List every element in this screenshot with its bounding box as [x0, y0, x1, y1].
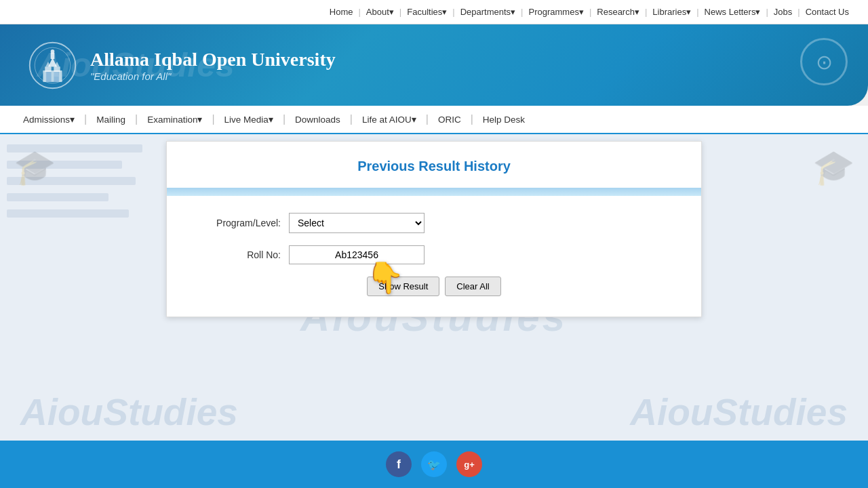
- program-label: Program/Level:: [194, 218, 289, 228]
- nav-about[interactable]: About▾: [361, 7, 399, 17]
- nav-oric[interactable]: ORIC: [429, 105, 471, 134]
- nav-research[interactable]: Research▾: [591, 7, 645, 17]
- university-name: Allama Iqbal Open University: [90, 49, 336, 70]
- svg-rect-10: [46, 71, 52, 81]
- left-bottom-watermark: AiouStudies: [20, 390, 238, 434]
- nav-helpdesk[interactable]: Help Desk: [473, 105, 534, 134]
- nav-livemedia[interactable]: Live Media▾: [215, 105, 283, 134]
- nav-departments[interactable]: Departments▾: [455, 7, 521, 17]
- rollno-row: Roll No:: [194, 245, 674, 264]
- googleplus-button[interactable]: g+: [456, 451, 482, 477]
- form-body: Program/Level: Select Matric F.A / F.Sc …: [167, 196, 701, 317]
- decorative-left-rects: [7, 144, 142, 226]
- form-blue-bar: [167, 188, 701, 196]
- nav-libraries[interactable]: Libraries▾: [647, 7, 696, 17]
- clear-button[interactable]: Clear All: [445, 277, 500, 296]
- nav-jobs[interactable]: Jobs: [768, 7, 797, 17]
- nav-home[interactable]: Home: [324, 7, 359, 17]
- svg-rect-3: [45, 66, 51, 72]
- facebook-button[interactable]: f: [386, 451, 412, 477]
- right-bottom-watermark: AiouStudies: [630, 390, 848, 434]
- rollno-label: Roll No:: [194, 249, 289, 260]
- nav-examination[interactable]: Examination▾: [138, 105, 212, 134]
- site-header: Allama Iqbal Open University "Education …: [0, 24, 868, 106]
- program-level-row: Program/Level: Select Matric F.A / F.Sc …: [194, 213, 674, 233]
- form-buttons: Show Result Clear All: [194, 277, 674, 296]
- main-content-area: AiouStudies AiouStudies 🎓 🎓 AiouStudies …: [0, 134, 868, 441]
- secondary-navigation: Admissions▾ | Mailing | Examination▾ | L…: [0, 106, 868, 134]
- svg-rect-2: [43, 70, 62, 82]
- top-navigation: Home | About▾ | Faculties▾ | Departments…: [0, 0, 868, 24]
- nav-faculties[interactable]: Faculties▾: [401, 7, 452, 17]
- header-decorative-circle: ⊙: [800, 38, 848, 85]
- nav-contactus[interactable]: Contact Us: [800, 7, 854, 17]
- googleplus-icon: g+: [464, 460, 475, 470]
- svg-rect-4: [54, 66, 60, 72]
- form-title: Previous Result History: [167, 142, 701, 188]
- show-result-button[interactable]: Show Result: [367, 277, 439, 296]
- svg-point-9: [51, 49, 55, 54]
- header-text-block: Allama Iqbal Open University "Education …: [90, 49, 336, 82]
- twitter-button[interactable]: 🐦: [421, 451, 447, 477]
- svg-rect-8: [51, 52, 55, 58]
- facebook-icon: f: [397, 458, 401, 472]
- nav-programmes[interactable]: Programmes▾: [523, 7, 589, 17]
- nav-mailing[interactable]: Mailing: [87, 105, 135, 134]
- result-history-form: Previous Result History Program/Level: S…: [166, 141, 702, 317]
- rollno-input[interactable]: [289, 245, 425, 264]
- svg-rect-11: [54, 71, 59, 81]
- nav-lifeaiou[interactable]: Life at AIOU▾: [353, 105, 426, 134]
- social-media-bar: f 🐦 g+: [0, 441, 868, 488]
- university-logo: [27, 40, 78, 91]
- nav-admissions[interactable]: Admissions▾: [14, 105, 84, 134]
- university-tagline: "Education for All": [90, 70, 336, 82]
- nav-downloads[interactable]: Downloads: [285, 105, 350, 134]
- nav-newsletters[interactable]: News Letters▾: [699, 7, 766, 17]
- twitter-icon: 🐦: [427, 458, 441, 471]
- right-watermark-icon: 🎓: [812, 148, 854, 187]
- program-select[interactable]: Select Matric F.A / F.Sc B.A / B.Sc M.A …: [289, 213, 425, 233]
- left-watermark-icon: 🎓: [14, 148, 56, 187]
